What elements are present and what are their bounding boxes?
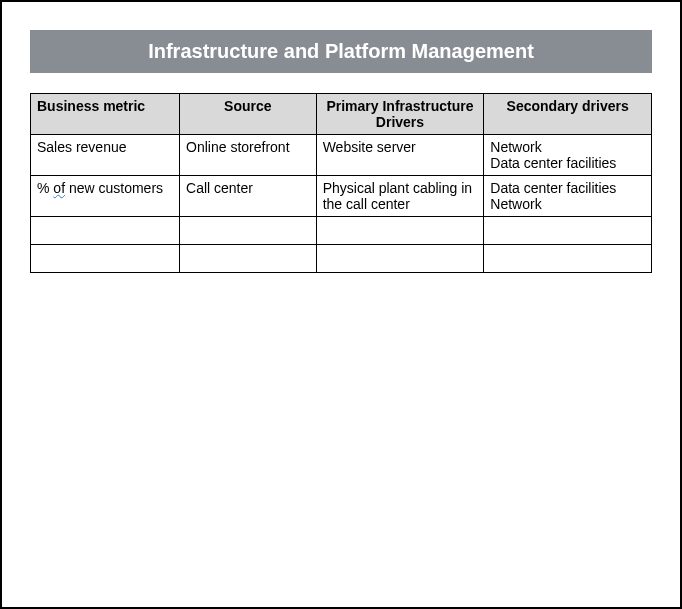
col-header-primary-drivers: Primary Infrastructure Drivers: [316, 94, 484, 135]
cell-secondary-drivers: Data center facilitiesNetwork: [484, 176, 652, 217]
cell-secondary-drivers: [484, 217, 652, 245]
cell-source: Online storefront: [180, 135, 317, 176]
cell-secondary-drivers: NetworkData center facilities: [484, 135, 652, 176]
table-row: Sales revenue Online storefront Website …: [31, 135, 652, 176]
col-header-business-metric: Business metric: [31, 94, 180, 135]
table-row: [31, 245, 652, 273]
cell-business-metric: % of new customers: [31, 176, 180, 217]
table-row: [31, 217, 652, 245]
page-title: Infrastructure and Platform Management: [30, 30, 652, 73]
cell-primary-drivers: Physical plant cabling in the call cente…: [316, 176, 484, 217]
cell-source: [180, 245, 317, 273]
cell-primary-drivers: [316, 245, 484, 273]
cell-source: Call center: [180, 176, 317, 217]
cell-secondary-drivers: [484, 245, 652, 273]
table-header-row: Business metric Source Primary Infrastru…: [31, 94, 652, 135]
col-header-source: Source: [180, 94, 317, 135]
metrics-table: Business metric Source Primary Infrastru…: [30, 93, 652, 273]
cell-business-metric: Sales revenue: [31, 135, 180, 176]
cell-primary-drivers: Website server: [316, 135, 484, 176]
page-container: Infrastructure and Platform Management B…: [0, 0, 682, 609]
cell-business-metric: [31, 217, 180, 245]
cell-business-metric: [31, 245, 180, 273]
cell-primary-drivers: [316, 217, 484, 245]
table-row: % of new customers Call center Physical …: [31, 176, 652, 217]
col-header-secondary-drivers: Secondary drivers: [484, 94, 652, 135]
cell-source: [180, 217, 317, 245]
